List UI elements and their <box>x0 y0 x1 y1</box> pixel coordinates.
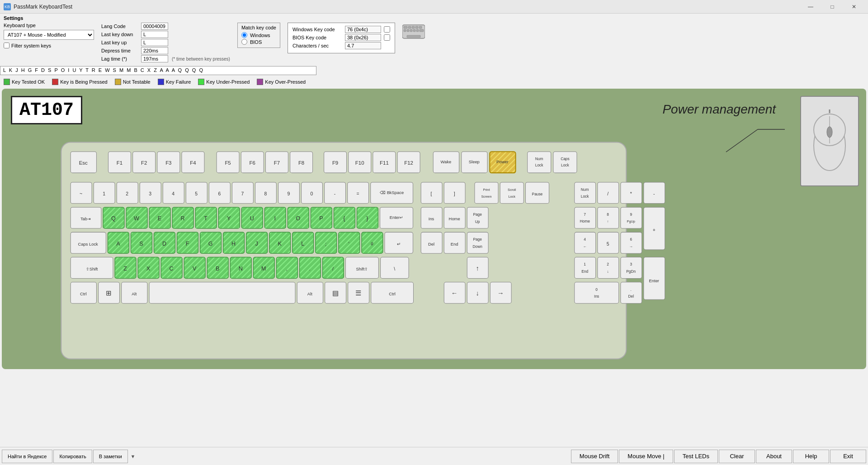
legend-green-label: Key Tested OK <box>12 79 45 85</box>
svg-text:S: S <box>139 241 143 247</box>
settings-area: Settings Keyboard type AT107 + Mouse - M… <box>0 14 868 64</box>
svg-rect-3 <box>412 26 415 28</box>
help-button[interactable]: Help <box>793 450 829 463</box>
notes-button[interactable]: В заметки <box>93 450 128 463</box>
svg-text:⊞: ⊞ <box>106 289 112 297</box>
mouse-move-button[interactable]: Mouse Move | <box>619 450 673 463</box>
svg-text:Scroll: Scroll <box>508 188 516 192</box>
bottom-right-buttons: Mouse Drift Mouse Move | Test LEDs Clear… <box>571 450 866 463</box>
svg-text:PgDn: PgDn <box>626 269 636 274</box>
svg-rect-94 <box>475 182 498 204</box>
svg-text:Sleep: Sleep <box>469 160 480 164</box>
close-button[interactable]: ✕ <box>844 0 864 14</box>
svg-text:←: ← <box>583 244 586 249</box>
svg-text:V: V <box>193 266 197 272</box>
svg-text:PgUp: PgUp <box>627 219 635 223</box>
svg-text:↓: ↓ <box>607 269 609 274</box>
maximize-button[interactable]: □ <box>822 0 843 14</box>
keyboard-type-select[interactable]: AT107 + Mouse - Modified <box>4 30 94 40</box>
svg-text:Num: Num <box>581 187 589 192</box>
svg-rect-8 <box>410 29 412 32</box>
svg-text:1: 1 <box>584 262 586 266</box>
minimize-button[interactable]: — <box>800 0 821 14</box>
about-button[interactable]: About <box>756 450 792 463</box>
svg-text:#: # <box>371 242 373 247</box>
chars-per-sec-label: Characters / sec <box>292 43 342 48</box>
copy-button[interactable]: Копировать <box>53 450 92 463</box>
legend-lightgreen-swatch <box>198 79 204 85</box>
svg-text:-: - <box>334 191 335 196</box>
bios-key-code-checkbox[interactable] <box>384 34 390 41</box>
lag-note: (* time between key presses) <box>172 57 230 62</box>
keyboard-svg: Esc F1 F2 F3 F4 F5 F6 F7 F8 F9 F10 F11 F… <box>11 138 832 364</box>
svg-text:Lock: Lock <box>535 163 543 167</box>
bios-key-code-label: BIOS Key code <box>292 35 342 40</box>
windows-key-code-label: Windows Key code <box>292 27 342 32</box>
svg-text:3: 3 <box>630 262 632 266</box>
match-bios-radio[interactable] <box>241 39 247 45</box>
svg-text:End: End <box>581 269 588 274</box>
svg-text:0: 0 <box>595 287 598 292</box>
yandex-search-button[interactable]: Найти в Яндексе <box>2 450 52 463</box>
svg-text:P: P <box>319 215 323 222</box>
clear-button[interactable]: Clear <box>719 450 755 463</box>
svg-text:5: 5 <box>607 242 609 247</box>
svg-rect-102 <box>575 182 596 204</box>
dropdown-arrow-icon[interactable]: ▼ <box>131 454 136 459</box>
svg-text:0: 0 <box>311 191 313 196</box>
svg-text:Tab⇥: Tab⇥ <box>80 217 91 221</box>
legend-purple-label: Key Over-Pressed <box>265 79 306 85</box>
match-key-code-section: Match key code Windows BIOS <box>237 23 280 48</box>
svg-text:R: R <box>181 215 185 222</box>
match-windows-label: Windows <box>250 33 270 38</box>
svg-text:Y: Y <box>227 215 231 222</box>
filter-system-keys-checkbox[interactable] <box>4 43 9 48</box>
svg-text:F6: F6 <box>250 160 255 166</box>
svg-rect-149 <box>598 207 619 228</box>
svg-text:Print: Print <box>483 188 490 192</box>
bottom-left-buttons: Найти в Яндексе Копировать В заметки ▼ <box>2 450 135 463</box>
svg-text:Enter↵: Enter↵ <box>390 215 403 220</box>
svg-rect-9 <box>413 29 415 32</box>
keyboard-area: AT107 Power management <box>2 89 866 369</box>
lang-section: Lang Code 00004009 Last key down L Last … <box>101 23 230 62</box>
test-leds-button[interactable]: Test LEDs <box>674 450 718 463</box>
svg-text:/: / <box>607 191 609 196</box>
svg-rect-10 <box>416 29 419 32</box>
app-icon: KB <box>4 3 11 10</box>
bios-key-code-value: 38 (0x26) <box>345 34 381 41</box>
svg-text:Ctrl: Ctrl <box>389 292 396 296</box>
svg-text:Num: Num <box>535 157 543 161</box>
svg-text:→: → <box>629 244 633 249</box>
bottom-bar: Найти в Яндексе Копировать В заметки ▼ M… <box>0 447 868 465</box>
svg-text:8: 8 <box>607 212 609 217</box>
depress-time-label: Depress time <box>101 48 137 53</box>
filter-system-keys-label: Filter system keys <box>11 43 51 48</box>
lag-time-label: Lag time (*) <box>101 56 137 62</box>
svg-text:Alt: Alt <box>307 292 312 296</box>
svg-text:Z: Z <box>123 266 127 272</box>
svg-rect-11 <box>420 29 424 32</box>
windows-key-code-checkbox[interactable] <box>384 26 390 33</box>
svg-text:6: 6 <box>630 237 632 242</box>
match-windows-radio[interactable] <box>241 32 247 38</box>
svg-rect-228 <box>575 257 596 279</box>
svg-text:End: End <box>451 242 458 247</box>
mouse-drift-button[interactable]: Mouse Drift <box>571 450 618 463</box>
svg-text:.: . <box>631 287 632 292</box>
keyboard-type-section: Keyboard type AT107 + Mouse - Modified F… <box>4 23 94 48</box>
svg-text:G: G <box>208 241 213 247</box>
svg-text:F9: F9 <box>332 160 338 166</box>
svg-text:Home: Home <box>580 219 590 223</box>
svg-text:N: N <box>239 266 243 272</box>
svg-text:Ins: Ins <box>429 217 434 221</box>
exit-button[interactable]: Exit <box>830 450 866 463</box>
svg-text:.: . <box>309 266 311 271</box>
svg-text:☰: ☰ <box>355 289 361 297</box>
svg-text:Lock: Lock <box>509 195 516 199</box>
svg-text:Power: Power <box>496 160 509 164</box>
keyboard-model-label: AT107 <box>11 96 82 124</box>
svg-text:-: - <box>653 191 655 196</box>
svg-text:↵: ↵ <box>397 242 401 247</box>
legend-lightgreen-label: Key Under-Pressed <box>206 79 250 85</box>
